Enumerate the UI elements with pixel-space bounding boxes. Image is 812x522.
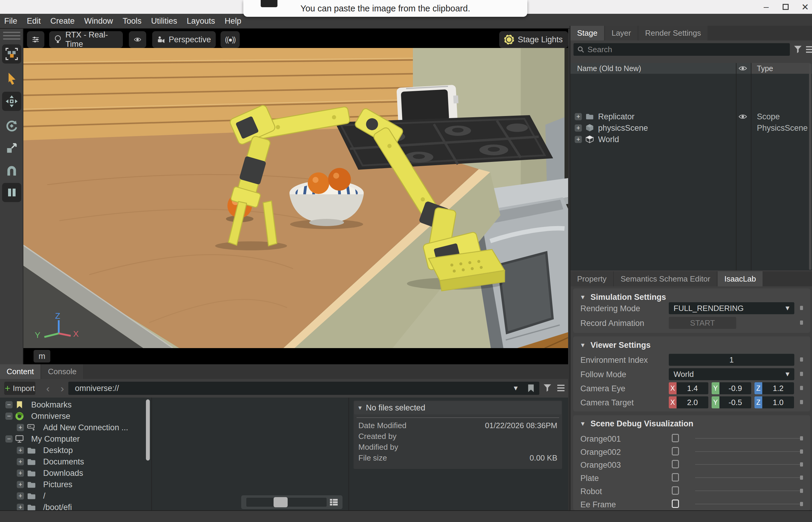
stage-options-button[interactable] [806, 45, 812, 56]
snap-tool-button[interactable] [2, 161, 21, 180]
plate-checkbox[interactable] [672, 473, 679, 482]
slider-handle[interactable] [274, 497, 288, 507]
back-button[interactable]: ‹ [42, 381, 54, 396]
tab-isaaclab[interactable]: IsaacLab [717, 272, 763, 286]
move-tool-button[interactable] [2, 92, 21, 111]
camera-eye-y[interactable]: Y -0.9 [712, 382, 751, 394]
pause-button[interactable] [2, 183, 21, 202]
tree-scrollbar[interactable] [146, 399, 150, 461]
stage-row-physicsscene[interactable]: + physicsScene PhysicsScene [570, 122, 812, 134]
reset-indicator[interactable] [800, 489, 803, 493]
render-settings-button[interactable] [27, 31, 44, 48]
reset-indicator[interactable] [800, 306, 803, 310]
simulation-settings-header[interactable]: ▼ Simulation Settings [580, 293, 666, 302]
viewport[interactable]: RTX - Real-Time Perspective ((●)) Sta [23, 29, 568, 348]
tab-console[interactable]: Console [41, 364, 83, 379]
stage-tree-scrollbar[interactable] [809, 64, 811, 270]
menu-file[interactable]: File [4, 17, 17, 26]
tab-property[interactable]: Property [570, 272, 613, 286]
menu-utilities[interactable]: Utilities [151, 17, 177, 26]
expand-button[interactable]: + [575, 113, 582, 120]
orange002-checkbox[interactable] [672, 447, 679, 456]
camera-target-z[interactable]: Z 1.0 [754, 396, 794, 408]
menu-tools[interactable]: Tools [123, 17, 141, 26]
reset-indicator[interactable] [800, 436, 803, 440]
camera-eye-z[interactable]: Z 1.2 [754, 382, 794, 394]
forward-button[interactable]: › [56, 381, 68, 396]
stage-lights-button[interactable]: Stage Lights [499, 31, 568, 48]
menu-edit[interactable]: Edit [27, 17, 41, 26]
reset-indicator[interactable] [800, 462, 803, 466]
camera-eye-y-value[interactable]: -0.9 [720, 382, 751, 394]
expand-button[interactable]: + [575, 124, 582, 132]
tree-item-omniverse[interactable]: − Omniverse [0, 410, 150, 422]
content-filter-button[interactable] [543, 383, 553, 395]
path-input[interactable] [68, 384, 512, 393]
scene-debug-header[interactable]: ▼ Scene Debug Visualization [580, 419, 693, 428]
camera-selector[interactable]: Perspective [152, 31, 216, 48]
camera-eye-z-value[interactable]: 1.2 [762, 382, 794, 394]
collapse-button[interactable]: − [5, 401, 13, 408]
tab-stage[interactable]: Stage [570, 26, 604, 40]
tree-item-desktop[interactable]: + Desktop [0, 445, 150, 456]
tab-layer[interactable]: Layer [605, 26, 638, 40]
expand-button[interactable]: + [17, 447, 24, 454]
camera-target-x[interactable]: X 2.0 [669, 396, 708, 408]
close-button[interactable]: ✕ [799, 2, 811, 12]
toolbar-drag-handle[interactable] [3, 32, 20, 42]
follow-mode-dropdown[interactable]: World ▼ [669, 368, 794, 380]
menu-create[interactable]: Create [50, 17, 75, 26]
expand-button[interactable]: + [17, 424, 24, 431]
expand-button[interactable]: + [17, 458, 24, 465]
visibility-column-icon[interactable] [738, 65, 747, 72]
rotate-tool-button[interactable] [2, 116, 21, 136]
reset-indicator[interactable] [800, 372, 803, 376]
expand-button[interactable]: + [17, 492, 24, 500]
import-button[interactable]: + Import [4, 382, 35, 395]
stage-filter-button[interactable] [793, 44, 803, 57]
tree-item-downloads[interactable]: + Downloads [0, 467, 150, 479]
robot-checkbox[interactable] [672, 486, 679, 495]
details-header[interactable]: ▾ No files selected [354, 401, 562, 414]
tree-item-my-computer[interactable]: − My Computer [0, 433, 150, 445]
reset-indicator[interactable] [800, 400, 803, 404]
path-bar[interactable]: ▼ [68, 382, 539, 395]
selection-mode-button[interactable] [2, 44, 21, 64]
orange001-checkbox[interactable] [672, 434, 679, 442]
menu-help[interactable]: Help [225, 17, 242, 26]
row-visibility-eye-icon[interactable] [738, 113, 747, 120]
stage-search-input[interactable] [588, 45, 786, 54]
tree-item-root[interactable]: + / [0, 490, 150, 502]
menu-window[interactable]: Window [84, 17, 113, 26]
camera-eye-x-value[interactable]: 1.4 [676, 382, 708, 394]
tab-content[interactable]: Content [0, 364, 40, 379]
reset-indicator[interactable] [800, 386, 803, 390]
stage-search[interactable] [574, 43, 790, 56]
rendering-mode-dropdown[interactable]: FULL_RENDERING ▼ [669, 302, 794, 314]
tree-item-pictures[interactable]: + Pictures [0, 479, 150, 490]
column-type-header[interactable]: Type [757, 64, 773, 73]
scale-tool-button[interactable] [2, 139, 21, 158]
reset-indicator[interactable] [800, 357, 803, 362]
viewer-settings-header[interactable]: ▼ Viewer Settings [580, 341, 650, 350]
expand-button[interactable]: + [575, 136, 582, 143]
bookmark-icon[interactable] [527, 384, 535, 393]
content-options-button[interactable] [557, 384, 565, 394]
camera-target-z-value[interactable]: 1.0 [762, 396, 794, 408]
renderer-selector[interactable]: RTX - Real-Time [49, 31, 123, 48]
camera-eye-x[interactable]: X 1.4 [669, 382, 708, 394]
stage-row-replicator[interactable]: + Replicator Scope [570, 111, 812, 122]
path-dropdown-arrow-icon[interactable]: ▼ [512, 384, 519, 392]
expand-button[interactable]: + [17, 504, 24, 511]
ee-frame-checkbox[interactable] [672, 500, 679, 508]
stage-row-world[interactable]: + World [570, 134, 812, 145]
select-tool-button[interactable] [2, 69, 21, 88]
collapse-button[interactable]: − [5, 413, 13, 420]
viewport-render[interactable] [23, 29, 568, 348]
minimize-button[interactable]: – [760, 2, 772, 12]
camera-target-y[interactable]: Y -0.5 [712, 396, 751, 408]
reset-indicator[interactable] [800, 449, 803, 454]
menu-layouts[interactable]: Layouts [187, 17, 215, 26]
clipboard-toast[interactable]: You can paste the image from the clipboa… [243, 0, 527, 17]
camera-target-x-value[interactable]: 2.0 [676, 396, 708, 408]
